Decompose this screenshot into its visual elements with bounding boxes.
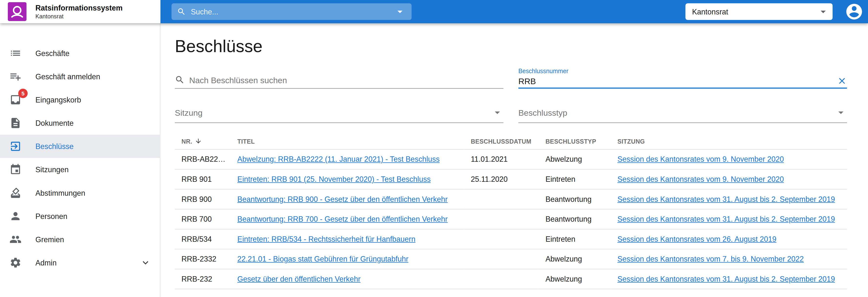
vote-icon	[9, 186, 22, 199]
sitzung-select-label: Sitzung	[175, 108, 203, 117]
sidebar-item-geschaefte[interactable]: Geschäfte	[0, 42, 160, 65]
cell-sitzung: Session des Kantonsrates vom 7. bis 9. N…	[611, 249, 847, 269]
sidebar-item-label: Abstimmungen	[35, 189, 85, 197]
filter-row-1: Beschlussnummer	[175, 68, 847, 88]
app-logo-icon[interactable]	[8, 2, 27, 21]
playlist-add-icon	[9, 70, 22, 83]
table-row: RRB-AB2222Abwelzung: RRB-AB2222 (11. Jan…	[175, 149, 847, 169]
sidebar-item-label: Beschlüsse	[35, 142, 73, 151]
cell-nr: RRB-AB2222	[175, 149, 231, 169]
sort-desc-icon	[194, 137, 202, 144]
beschlusstyp-select[interactable]: Beschlusstyp	[518, 106, 847, 123]
sidebar-item-label: Geschäfte	[35, 49, 69, 57]
cell-beschlusstyp: Eintreten	[539, 169, 611, 189]
sitzung-link[interactable]: Session des Kantonsrates vom 7. bis 9. N…	[617, 255, 804, 263]
clear-icon[interactable]	[837, 76, 847, 86]
badge-count: 5	[18, 88, 28, 98]
beschlussnummer-value-row	[518, 76, 847, 88]
sidebar-item-gremien[interactable]: Gremien	[0, 228, 160, 251]
beschluss-link[interactable]: Beantwortung: RRB 900 - Gesetz über den …	[238, 195, 448, 203]
beschlussnummer-input[interactable]	[518, 76, 837, 86]
beschluss-search-field[interactable]	[175, 75, 503, 89]
cell-nr: RRB 700	[175, 209, 231, 229]
cell-beschlusstyp: Beantwortung	[539, 189, 611, 209]
account-icon[interactable]	[845, 2, 864, 21]
cell-beschlussdatum	[464, 189, 539, 209]
beschlussnummer-field: Beschlussnummer	[518, 68, 847, 88]
cell-sitzung: Session des Kantonsrates vom 26. August …	[611, 229, 847, 249]
sidebar-item-personen[interactable]: Personen	[0, 205, 160, 228]
sitzung-link[interactable]: Session des Kantonsrates vom 31. August …	[617, 275, 835, 283]
calendar-icon	[9, 163, 22, 176]
beschluss-link[interactable]: Eintreten: RRB/534 - Rechtssicherheit fü…	[238, 235, 415, 243]
sitzung-link[interactable]: Session des Kantonsrates vom 9. November…	[617, 155, 784, 163]
beschlusstyp-select-label: Beschlusstyp	[518, 108, 567, 117]
beschluss-link[interactable]: 22.21.01 - Biogas statt Gebühren für Grü…	[238, 255, 408, 263]
cell-sitzung: Session des Kantonsrates vom 31. August …	[611, 209, 847, 229]
search-icon	[177, 7, 186, 16]
chevron-down-icon	[491, 106, 503, 119]
beschluss-link[interactable]: Beantwortung: RRB 700 - Gesetz über den …	[238, 215, 448, 223]
table-row: RRB 700Beantwortung: RRB 700 - Gesetz üb…	[175, 209, 847, 229]
sidebar-item-label: Gremien	[35, 235, 64, 244]
org-select[interactable]: Kantonsrat	[686, 3, 833, 20]
document-icon	[9, 116, 22, 130]
column-header-beschlusstyp[interactable]: BESCHLUSSTYP	[539, 132, 611, 149]
column-header-sitzung[interactable]: SITZUNG	[611, 132, 847, 149]
cell-beschlusstyp: Beantwortung	[539, 209, 611, 229]
sidebar-item-beschluesse[interactable]: Beschlüsse	[0, 135, 160, 158]
sitzung-link[interactable]: Session des Kantonsrates vom 9. November…	[617, 175, 784, 184]
chevron-down-icon[interactable]	[394, 6, 406, 18]
column-header-label: BESCHLUSSTYP	[546, 138, 596, 144]
header-right: Kantonsrat	[686, 2, 868, 21]
global-search-placeholder: Suche...	[191, 7, 218, 16]
gear-icon	[9, 256, 22, 269]
sidebar-item-admin[interactable]: Admin	[0, 251, 160, 274]
cell-sitzung: Session des Kantonsrates vom 9. November…	[611, 149, 847, 169]
inbox-icon: 5	[9, 93, 22, 106]
sidebar-item-dokumente[interactable]: Dokumente	[0, 111, 160, 135]
main-content: Beschlüsse Beschlussnummer	[160, 23, 868, 297]
filter-row-2: Sitzung Beschlusstyp	[175, 106, 847, 123]
column-header-beschlussdatum[interactable]: BESCHLUSSDATUM	[464, 132, 539, 149]
global-search[interactable]: Suche...	[172, 3, 411, 20]
beschluss-search-input[interactable]	[189, 75, 504, 85]
beschluss-link[interactable]: Eintreten: RRB 901 (25. November 2020) -…	[238, 175, 431, 184]
brand: Ratsinformationssystem Kantonsrat	[0, 0, 160, 23]
cell-titel: Gesetz über den öffentlichen Verkehr	[231, 269, 464, 289]
column-header-label: BESCHLUSSDATUM	[471, 138, 531, 144]
table-row: RRB/534Eintreten: RRB/534 - Rechtssicher…	[175, 229, 847, 249]
sidebar-item-eingangskorb[interactable]: 5Eingangskorb	[0, 88, 160, 111]
exit-to-app-icon	[9, 140, 22, 153]
cell-nr: RRB 900	[175, 189, 231, 209]
beschluss-link[interactable]: Gesetz über den öffentlichen Verkehr	[238, 275, 361, 283]
cell-beschlussdatum	[464, 229, 539, 249]
sitzung-link[interactable]: Session des Kantonsrates vom 26. August …	[617, 235, 776, 243]
beschluss-link[interactable]: Abwelzung: RRB-AB2222 (11. Januar 2021) …	[238, 155, 440, 163]
beschluesse-table: NR.TITELBESCHLUSSDATUMBESCHLUSSTYPSITZUN…	[175, 132, 847, 289]
column-header-nr[interactable]: NR.	[175, 132, 231, 149]
beschlussnummer-label: Beschlussnummer	[518, 68, 847, 74]
table-header-row: NR.TITELBESCHLUSSDATUMBESCHLUSSTYPSITZUN…	[175, 132, 847, 149]
app-root: Ratsinformationssystem Kantonsrat Suche.…	[0, 0, 868, 297]
cell-sitzung: Session des Kantonsrates vom 31. August …	[611, 189, 847, 209]
sidebar-item-sitzungen[interactable]: Sitzungen	[0, 158, 160, 181]
cell-beschlussdatum: 25.11.2020	[464, 169, 539, 189]
sidebar-item-abstimmungen[interactable]: Abstimmungen	[0, 181, 160, 205]
list-icon	[9, 47, 22, 60]
sidebar-item-geschaeft-anmelden[interactable]: Geschäft anmelden	[0, 65, 160, 88]
sitzung-link[interactable]: Session des Kantonsrates vom 31. August …	[617, 195, 835, 203]
sitzung-link[interactable]: Session des Kantonsrates vom 31. August …	[617, 215, 835, 223]
cell-beschlusstyp: Abwelzung	[539, 249, 611, 269]
column-header-label: NR.	[182, 138, 192, 144]
column-header-titel[interactable]: TITEL	[231, 132, 464, 149]
sidebar-item-label: Eingangskorb	[35, 96, 81, 104]
cell-titel: Beantwortung: RRB 700 - Gesetz über den …	[231, 209, 464, 229]
cell-nr: RRB-232	[175, 269, 231, 289]
chevron-down-icon	[140, 257, 151, 268]
app-subtitle: Kantonsrat	[35, 13, 123, 20]
sidebar-item-label: Dokumente	[35, 119, 73, 127]
cell-beschlusstyp: Eintreten	[539, 229, 611, 249]
sitzung-select[interactable]: Sitzung	[175, 106, 503, 123]
cell-beschlussdatum	[464, 209, 539, 229]
